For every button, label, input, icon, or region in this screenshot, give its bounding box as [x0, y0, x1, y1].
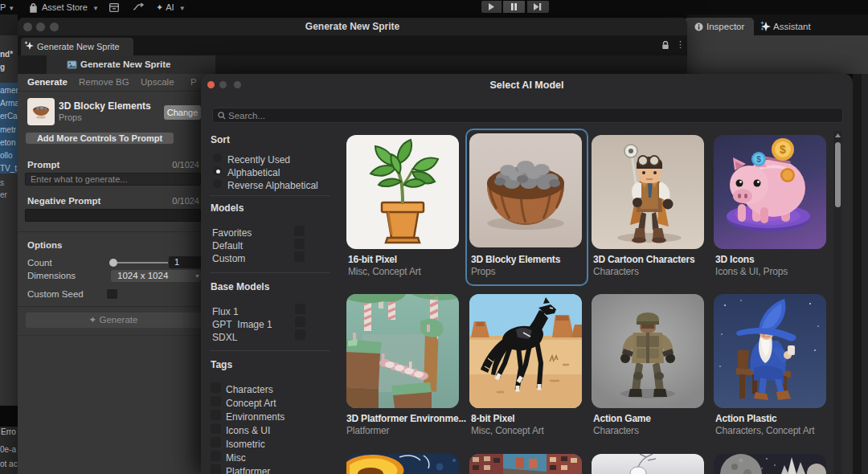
svg-text:$: $ [756, 155, 761, 164]
svg-text:$: $ [780, 143, 786, 156]
